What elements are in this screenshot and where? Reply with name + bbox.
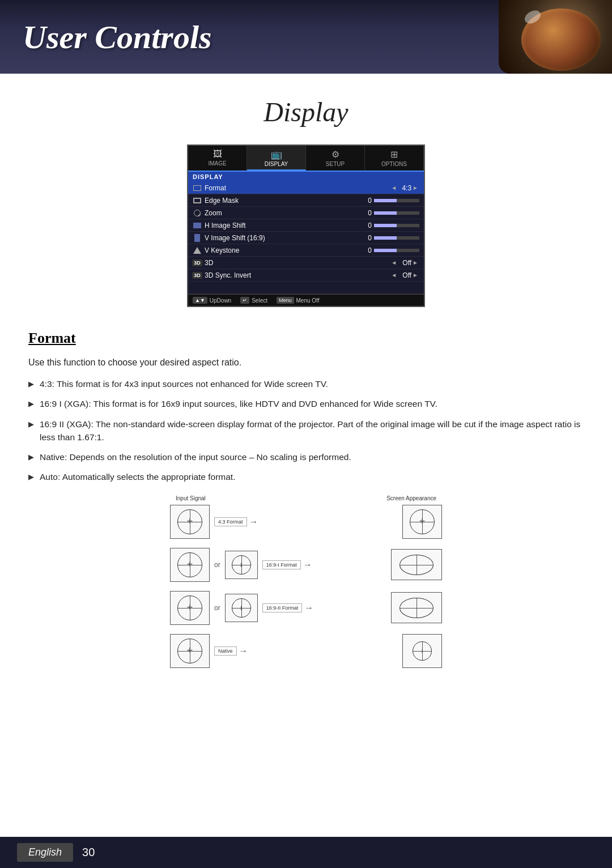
osd-tab-options[interactable]: ⊞ OPTIONS [365,146,424,171]
bullet-text-3: Native: Depends on the resolution of the… [40,450,351,463]
format-arrow-right: ► [411,185,419,191]
edge-mask-value: 0 [360,197,372,205]
osd-tab-display-label: DISPLAY [265,161,288,167]
format-value: 4:3 [400,184,411,192]
bullet-item-0: ▶ 4:3: This format is for 4x3 input sour… [28,377,584,390]
crosshair-v-1b [241,556,242,574]
diagram-signal-0 [170,505,210,539]
osd-tab-display[interactable]: 📺 DISPLAY [247,146,306,171]
diagram-signal-3 [170,634,210,668]
osd-tab-options-label: OPTIONS [381,161,407,167]
edge-mask-label: Edge Mask [205,197,358,205]
vshift-bar [374,236,419,240]
osd-container: 🖼 IMAGE 📺 DISPLAY ⚙ SETUP ⊞ OPTIONS DISP… [28,144,584,307]
diagram-result-3 [402,634,442,668]
crosshair-v-2b [241,599,242,617]
3d-label: 3D [205,259,390,267]
diagram-row-3: Native → [170,634,442,668]
diagram-inner: Input Signal Screen Appearance 4:3 Forma… [170,495,442,677]
osd-row-zoom[interactable]: Zoom 0 [188,207,424,219]
bullet-arrow-1: ▶ [28,398,34,410]
zoom-bar [374,211,419,215]
result-crosshair-v-3 [422,642,423,660]
osd-menu: 🖼 IMAGE 📺 DISPLAY ⚙ SETUP ⊞ OPTIONS DISP… [187,144,425,307]
result-circle-3 [413,641,432,661]
format-bullet-list: ▶ 4:3: This format is for 4x3 input sour… [28,377,584,484]
osd-row-edge-mask[interactable]: Edge Mask 0 [188,194,424,207]
diagram-circle-2a [177,595,202,620]
format-arrow-left: ◄ [390,185,398,191]
updown-label: UpDown [210,297,231,304]
osd-row-vkeystone[interactable]: V Keystone 0 [188,244,424,257]
result-crosshair-v-2 [416,598,417,618]
diagram-signal-2a [170,591,210,625]
osd-tab-image[interactable]: 🖼 IMAGE [188,146,247,171]
menu-key: Menu [277,297,294,304]
osd-footer-updown: ▲▼ UpDown [193,297,231,304]
diagram-signal-2b [225,594,258,622]
3d-sync-icon: 3D [193,271,202,279]
osd-row-vshift[interactable]: V Image Shift (16:9) 0 [188,232,424,244]
page-footer: English 30 [0,837,612,868]
bullet-text-0: 4:3: This format is for 4x3 input source… [40,377,328,390]
lens-shine [522,8,543,26]
input-signal-label: Input Signal [176,495,206,501]
osd-section-header: DISPLAY [188,172,424,182]
diagram-arrow-3: → [239,646,248,656]
3d-sync-arrow-right: ► [411,272,419,278]
format-heading: Format [28,330,584,347]
format-label: Format [205,184,390,192]
osd-footer-select: ↵ Select [240,297,267,304]
footer-page-number: 30 [82,846,95,859]
edge-mask-bar [374,199,419,202]
diagram-circle-1a [177,552,202,577]
osd-row-3d[interactable]: 3D 3D ◄ Off ► [188,257,424,269]
diagram-circle-2b [232,598,251,618]
osd-spacer [188,282,424,294]
zoom-icon [193,209,202,217]
diagram-result-2 [391,592,442,623]
osd-footer: ▲▼ UpDown ↵ Select Menu Menu Off [188,294,424,306]
crosshair-v-3 [190,639,190,663]
result-circle-0 [410,509,435,534]
edge-mask-icon [193,197,202,205]
osd-tabs: 🖼 IMAGE 📺 DISPLAY ⚙ SETUP ⊞ OPTIONS [188,146,424,172]
diagram-arrow-2: → [304,603,313,613]
diagram-circle-3 [177,639,202,663]
diagram-or-1: or [214,561,220,569]
diagram-middle-3: Native → [214,646,398,656]
crosshair-v-0 [190,510,190,534]
lens-decoration [499,0,612,74]
diagram-arrow-0: → [249,517,258,527]
3d-value: Off [400,259,411,267]
diagram-or-2: or [214,604,220,612]
screen-appearance-label: Screen Appearance [386,495,436,501]
osd-row-hshift[interactable]: H Image Shift 0 [188,219,424,232]
diagram-row-0: 4:3 Format → [170,505,442,539]
osd-row-3d-sync[interactable]: 3D 3D Sync. Invert ◄ Off ► [188,269,424,282]
osd-row-format[interactable]: Format ◄ 4:3 ► [188,182,424,194]
bullet-item-1: ▶ 16:9 I (XGA): This format is for 16x9 … [28,397,584,410]
bullet-item-2: ▶ 16:9 II (XGA): The non-standard wide-s… [28,418,584,444]
bullet-item-3: ▶ Native: Depends on the resolution of t… [28,450,584,463]
footer-language: English [17,843,73,862]
diagram-arrow-1: → [303,560,312,570]
format-label-1: 16:9-I Format [262,560,301,569]
hshift-icon [193,222,202,229]
bullet-text-2: 16:9 II (XGA): The non-standard wide-scr… [40,418,584,444]
format-label-0: 4:3 Format [214,517,247,526]
result-crosshair-v-0 [422,510,423,534]
osd-tab-setup[interactable]: ⚙ SETUP [306,146,365,171]
setup-tab-icon: ⚙ [308,149,362,160]
bullet-text-1: 16:9 I (XGA): This format is for 16x9 in… [40,397,437,410]
vkeystone-icon [193,246,202,254]
diagram-middle-0: 4:3 Format → [214,517,398,527]
3d-sync-value: Off [400,271,411,279]
diagram-middle-1: 16:9-I Format → [262,560,386,570]
hshift-bar [374,224,419,227]
diagram-signal-1a [170,548,210,582]
diagram-circle-1b [232,555,251,575]
bullet-arrow-4: ▶ [28,471,34,483]
page-content: Display 🖼 IMAGE 📺 DISPLAY ⚙ SETUP ⊞ [0,74,612,722]
result-crosshair-v-1 [416,555,417,575]
